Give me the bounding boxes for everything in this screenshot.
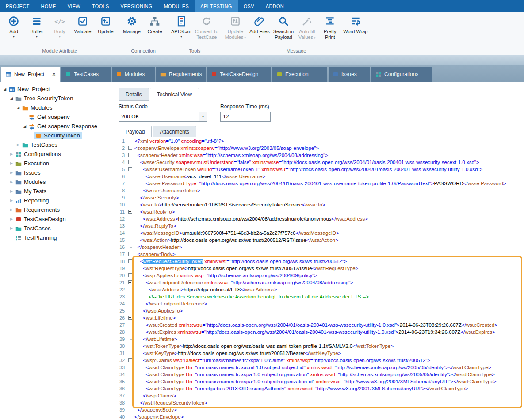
tree-item-row[interactable]: TestPlanning: [15, 234, 59, 241]
tree-item-testcases[interactable]: ▶TestCases: [0, 140, 114, 149]
tree-item-row[interactable]: New_Project: [8, 85, 52, 93]
tab-close-icon[interactable]: ×: [52, 71, 56, 77]
ribbon-button-update[interactable]: Update: [94, 12, 117, 47]
tree-item-execution[interactable]: ▶Execution: [0, 159, 114, 168]
tree-collapsed-icon[interactable]: ▶: [8, 189, 15, 193]
tree-item-row[interactable]: Reporting: [15, 197, 51, 204]
code-line[interactable]: 9 </wsse:Security>: [114, 194, 524, 201]
tree-item-row[interactable]: Modules: [21, 104, 54, 111]
fold-minus-icon[interactable]: [128, 358, 132, 362]
code-line[interactable]: 3 <soapenv:Header xmlns:wsa="http://sche…: [114, 152, 524, 159]
tree-item-issues[interactable]: ▶Issues: [0, 168, 114, 177]
fold-minus-icon[interactable]: [128, 167, 132, 171]
code-line[interactable]: 12 <wsa:Address>http://schemas.xmlsoap.o…: [114, 215, 524, 222]
chevron-down-icon[interactable]: ▾: [259, 34, 260, 38]
tree-item-get-soapenv-response[interactable]: ◢Get soapenv Response: [0, 122, 114, 131]
fold-minus-icon[interactable]: [128, 153, 132, 157]
code-line[interactable]: 19 <wst:RequestType>http://docs.oasis-op…: [114, 265, 524, 272]
fold-collapse-icon[interactable]: [127, 272, 134, 279]
tree-item-row[interactable]: My Tests: [15, 187, 49, 195]
menu-item-tools[interactable]: TOOLS: [86, 0, 115, 12]
chevron-down-icon[interactable]: ▾: [59, 34, 61, 38]
ribbon-button-pretty-print[interactable]: PrettyPrint: [318, 12, 341, 47]
tree-item-my-tests[interactable]: ▶My Tests: [0, 187, 114, 196]
code-line[interactable]: 29 </wst:Lifetime>: [114, 336, 524, 343]
code-line[interactable]: 7 <wsse:Password Type="http://docs.oasis…: [114, 180, 524, 187]
tree-item-row[interactable]: Get soapenv Response: [28, 122, 99, 130]
code-line[interactable]: 37 </wsp:Claims>: [114, 392, 524, 399]
fold-minus-icon[interactable]: [128, 210, 132, 214]
tree-item-testplanning[interactable]: TestPlanning: [0, 233, 114, 242]
ribbon-button-add-files[interactable]: Add Files▾: [248, 12, 272, 47]
fold-minus-icon[interactable]: [128, 252, 132, 256]
tab-details[interactable]: Details: [119, 88, 149, 101]
code-line[interactable]: 30 <wst:TokenType>http://docs.oasis-open…: [114, 343, 524, 350]
tree-item-requirements[interactable]: ▶Requirements: [0, 205, 114, 214]
code-line[interactable]: 38 </wst:RequestSecurityToken>: [114, 399, 524, 406]
menu-item-versioning[interactable]: VERSIONING: [115, 0, 158, 12]
tree-item-modules[interactable]: ◢Modules: [0, 103, 114, 112]
tree-collapsed-icon[interactable]: ▶: [8, 180, 15, 184]
tree-item-modules[interactable]: ▶Modules: [0, 177, 114, 187]
code-line[interactable]: 2<soapenv:Envelope xmlns:soapenv="http:/…: [114, 145, 524, 152]
code-line[interactable]: 27 <wsu:Created xmlns:wsu="http://docs.o…: [114, 321, 524, 328]
tree-collapsed-icon[interactable]: ▶: [8, 226, 15, 230]
ribbon-button-add[interactable]: Add▾: [2, 12, 25, 47]
fold-collapse-icon[interactable]: [127, 258, 134, 265]
code-line[interactable]: 17 <soapenv:Body>: [114, 251, 524, 258]
code-line[interactable]: 4 <wsse:Security soapenv:mustUnderstand=…: [114, 159, 524, 166]
ribbon-button-create[interactable]: Create: [143, 12, 166, 47]
tree-item-testcasedesign[interactable]: ▶TestCaseDesign: [0, 214, 114, 224]
response-time-input[interactable]: [220, 112, 271, 122]
tab-testcasedesign[interactable]: TestCaseDesign: [207, 67, 271, 82]
tree-collapsed-icon[interactable]: ▶: [8, 161, 15, 165]
tree-expanded-icon[interactable]: ◢: [22, 124, 28, 128]
fold-minus-icon[interactable]: [128, 160, 132, 164]
menu-item-osv[interactable]: OSV: [238, 0, 260, 12]
fold-collapse-icon[interactable]: [127, 159, 134, 166]
fold-collapse-icon[interactable]: [127, 145, 134, 152]
code-line[interactable]: 26 <wst:Lifetime>: [114, 314, 524, 321]
tab-configurations[interactable]: Configurations: [371, 67, 432, 82]
tab-technical-view[interactable]: Technical View: [150, 88, 199, 101]
tree-collapsed-icon[interactable]: ▶: [8, 217, 15, 221]
status-code-select[interactable]: 200 OK ▾: [119, 112, 207, 122]
tree-item-row[interactable]: Tree SecurityToken: [15, 95, 76, 102]
fold-collapse-icon[interactable]: [127, 357, 134, 364]
xml-editor[interactable]: 1<?xml version="1.0" encoding="utf-8"?>2…: [114, 137, 524, 420]
tree-collapsed-icon[interactable]: ▶: [15, 143, 21, 147]
code-line[interactable]: 5 <wsse:UsernameToken wsu:Id="UsernameTo…: [114, 166, 524, 173]
ribbon-button-buffer[interactable]: Buffer▾: [25, 12, 48, 47]
tree-item-row[interactable]: Modules: [15, 178, 48, 186]
code-line[interactable]: 24 </wsa:EndpointReference>: [114, 300, 524, 307]
fold-collapse-icon[interactable]: [127, 152, 134, 159]
combo-dropdown-button[interactable]: ▾: [199, 112, 207, 121]
fold-collapse-icon[interactable]: [127, 251, 134, 258]
tree-expanded-icon[interactable]: ◢: [15, 106, 21, 110]
code-line[interactable]: 39 </soapenv:Body>: [114, 406, 524, 413]
tab-payload[interactable]: Payload: [119, 126, 152, 137]
tab-new-project[interactable]: New_Project×: [1, 67, 60, 82]
tree-item-row[interactable]: SecurityToken: [34, 132, 82, 139]
tree-expanded-icon[interactable]: ◢: [8, 96, 15, 100]
chevron-down-icon[interactable]: ▾: [180, 34, 182, 38]
tree-collapsed-icon[interactable]: ▶: [8, 208, 15, 212]
code-line[interactable]: 34 <wsid:ClaimType Uri="urn:oasis:names:…: [114, 371, 524, 378]
code-line[interactable]: 10 <wsa:To>http://sensetrunkcn1:1080/STS…: [114, 201, 524, 208]
code-line[interactable]: 1<?xml version="1.0" encoding="utf-8"?>: [114, 137, 524, 145]
tree-item-row[interactable]: Configurations: [15, 150, 63, 158]
tab-modules[interactable]: Modules: [112, 67, 155, 82]
chevron-down-icon[interactable]: ▾: [13, 34, 15, 38]
tree-item-reporting[interactable]: ▶Reporting: [0, 196, 114, 205]
ribbon-button-manage[interactable]: Manage: [120, 12, 143, 47]
code-line[interactable]: 36 <wsid:ClaimType Uri="urn:elga:bes:201…: [114, 385, 524, 392]
tree-collapsed-icon[interactable]: ▶: [8, 171, 15, 175]
fold-minus-icon[interactable]: [128, 259, 132, 263]
tree-item-row[interactable]: Get soapenv: [28, 113, 72, 121]
tab-requirements[interactable]: Requirements: [156, 67, 206, 82]
fold-minus-icon[interactable]: [128, 316, 132, 320]
tree-item-row[interactable]: Execution: [15, 160, 51, 167]
code-line[interactable]: 35 <wsid:ClaimType Uri="urn:oasis:names:…: [114, 378, 524, 385]
tab-issues[interactable]: Issues: [329, 67, 370, 82]
tree-item-tree-securitytoken[interactable]: ◢Tree SecurityToken: [0, 94, 114, 103]
